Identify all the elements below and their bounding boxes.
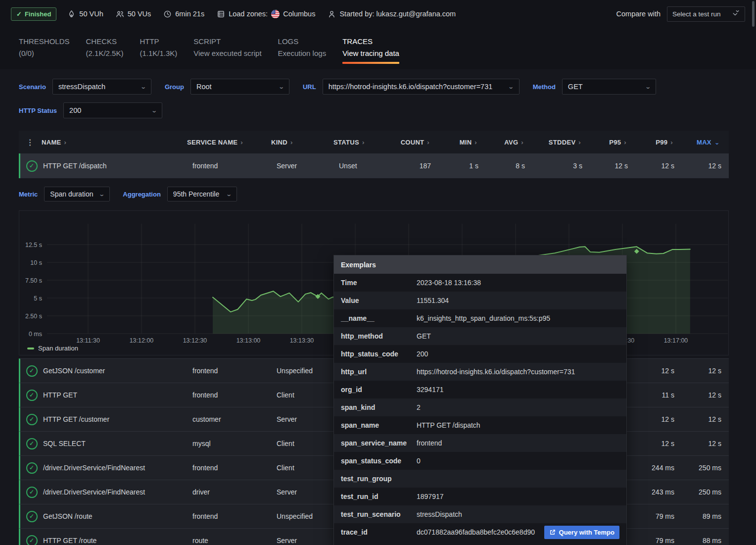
exemplar-label: span_service_name <box>341 439 417 447</box>
tab-http[interactable]: HTTP(1.1K/1.3K) <box>140 37 177 64</box>
page-scrollbar-thumb[interactable] <box>752 1 755 27</box>
column-header-max[interactable]: MAX⌄ <box>679 139 720 146</box>
filter-label: Scenario <box>19 83 46 91</box>
tab-traces[interactable]: TRACESView tracing data <box>342 37 399 64</box>
column-header-min[interactable]: MIN› <box>435 139 483 146</box>
tab-checks[interactable]: CHECKS(2.1K/2.5K) <box>86 37 124 64</box>
exemplar-label: http_status_code <box>341 350 417 358</box>
load-zones-icon <box>217 10 225 18</box>
exemplars-popup-title: Exemplars <box>334 255 626 274</box>
column-header-p95[interactable]: P95› <box>587 139 632 146</box>
table-row[interactable]: ✓HTTP GET /dispatchfrontendServerUnset18… <box>19 153 729 178</box>
test-run-page: ✓ Finished 50 VUh50 VUs6min 21sLoad zone… <box>0 0 756 545</box>
aggregation-value: 95th Percentile <box>173 190 219 198</box>
cell-kind: Server <box>273 415 335 423</box>
success-check-icon: ✓ <box>26 414 38 425</box>
cell-p99: 12 s <box>634 440 680 447</box>
filter-value: 200 <box>69 106 81 114</box>
cell-kind: Unspecified <box>273 367 335 375</box>
tab-subtitle: (2.1K/2.5K) <box>86 49 124 57</box>
exemplar-value: frontend <box>417 439 619 447</box>
exemplar-label: span_kind <box>341 403 417 411</box>
column-header-name[interactable]: NAME› <box>42 139 187 146</box>
flame-icon <box>67 10 76 18</box>
cell-p95: 12 s <box>588 162 634 170</box>
topbar: ✓ Finished 50 VUh50 VUs6min 21sLoad zone… <box>0 0 756 28</box>
query-with-tempo-button[interactable]: Query with Tempo <box>544 526 619 539</box>
cell-kind: Server <box>273 162 335 170</box>
filter-value: https://hotrod-insights.k6.io/dispatch?c… <box>329 83 493 91</box>
success-check-icon: ✓ <box>26 160 38 172</box>
filter-http-status: HTTP Status200⌄ <box>19 102 162 118</box>
exemplar-value: stressDispatch <box>417 510 619 518</box>
column-header-service-name[interactable]: SERVICE NAME› <box>187 139 271 146</box>
compare-test-run-select[interactable]: Select a test run <box>667 6 745 22</box>
sort-chevron-icon: › <box>474 139 477 146</box>
cell-kind: Client <box>273 440 335 447</box>
sort-chevron-icon: › <box>362 139 365 146</box>
cell-kind: Client <box>273 464 335 472</box>
cell-name: HTTP GET /route <box>43 537 189 545</box>
external-link-icon <box>549 529 556 536</box>
exemplars-popup: Exemplars Time2023-08-18 13:16:38Value11… <box>333 255 627 545</box>
cell-service: frontend <box>189 391 273 399</box>
column-header-kind[interactable]: KIND› <box>271 139 333 146</box>
cell-name: GetJSON /route <box>43 512 189 520</box>
cell-max: 12 s <box>680 367 721 375</box>
exemplar-value: HTTP GET /dispatch <box>417 421 619 429</box>
column-header-p99[interactable]: P99› <box>632 139 679 146</box>
svg-text:7.50 s: 7.50 s <box>25 277 42 284</box>
exemplar-row-test-run-group: test_run_group <box>334 470 626 488</box>
filter-url: URLhttps://hotrod-insights.k6.io/dispatc… <box>303 79 520 95</box>
filter-select-method[interactable]: GET⌄ <box>562 79 656 95</box>
cell-max: 12 s <box>680 391 721 399</box>
run-stat: Started by: lukasz.gut@grafana.com <box>328 10 456 18</box>
cell-name: SQL SELECT <box>43 440 189 447</box>
compare-with-label: Compare with <box>616 10 661 18</box>
column-header-stddev[interactable]: STDDEV› <box>529 139 587 146</box>
sort-chevron-icon: › <box>521 139 523 146</box>
cell-max: 250 ms <box>680 488 721 496</box>
exemplars-popup-footer <box>334 541 626 545</box>
cell-p99: 12 s <box>634 367 680 375</box>
cell-service: frontend <box>189 367 273 375</box>
chevron-down-icon: ⌄ <box>140 84 146 90</box>
exemplar-row-span-service-name: span_service_namefrontend <box>334 434 626 452</box>
metric-select[interactable]: Span duration ⌄ <box>44 187 110 201</box>
chevron-down-icon: ⌄ <box>226 191 232 198</box>
row-actions-icon[interactable]: ⋮ <box>19 138 42 147</box>
column-header-avg[interactable]: AVG› <box>483 139 529 146</box>
exemplar-value: dc071882aa96fadba8befc2e0c6e8d90 <box>417 528 539 536</box>
filter-select-scenario[interactable]: stressDispatch⌄ <box>52 79 151 95</box>
tab-thresholds[interactable]: THRESHOLDS(0/0) <box>19 37 70 64</box>
filter-select-group[interactable]: Root⌄ <box>190 79 289 95</box>
legend-span-duration[interactable]: Span duration <box>27 345 78 352</box>
metric-bar: Metric Span duration ⌄ Aggregation 95th … <box>19 187 250 201</box>
tab-logs[interactable]: LOGSExecution logs <box>278 37 327 64</box>
column-header-status[interactable]: STATUS› <box>333 139 393 146</box>
filter-scenario: ScenariostressDispatch⌄ <box>19 79 151 95</box>
cell-max: 12 s <box>680 415 721 423</box>
exemplar-label: span_status_code <box>341 457 417 465</box>
svg-text:13:12:00: 13:12:00 <box>130 337 154 344</box>
row-status-cell: ✓ <box>20 462 43 474</box>
aggregation-select[interactable]: 95th Percentile ⌄ <box>167 187 237 201</box>
column-header-count[interactable]: COUNT› <box>393 139 435 146</box>
run-stat: 6min 21s <box>163 10 204 18</box>
cell-p99: 79 ms <box>634 512 680 520</box>
filter-select-http-status[interactable]: 200⌄ <box>63 102 162 118</box>
exemplar-label: trace_id <box>341 528 417 536</box>
success-check-icon: ✓ <box>26 462 38 474</box>
exemplar-row-Value: Value11551.304 <box>334 292 626 309</box>
filter-select-url[interactable]: https://hotrod-insights.k6.io/dispatch?c… <box>323 79 520 95</box>
exemplar-value: 3294171 <box>417 386 619 394</box>
tab-subtitle: View tracing data <box>342 49 399 57</box>
row-status-cell: ✓ <box>20 535 43 545</box>
run-stat-label: Load zones: <box>229 10 268 18</box>
cell-name: /driver.DriverService/FindNearest <box>43 464 189 472</box>
cell-avg: 8 s <box>484 162 531 170</box>
tab-script[interactable]: SCRIPTView executed script <box>193 37 261 64</box>
cell-service: route <box>189 537 273 545</box>
exemplar-label: test_run_scenario <box>341 510 417 518</box>
tab-subtitle: (1.1K/1.3K) <box>140 49 177 57</box>
